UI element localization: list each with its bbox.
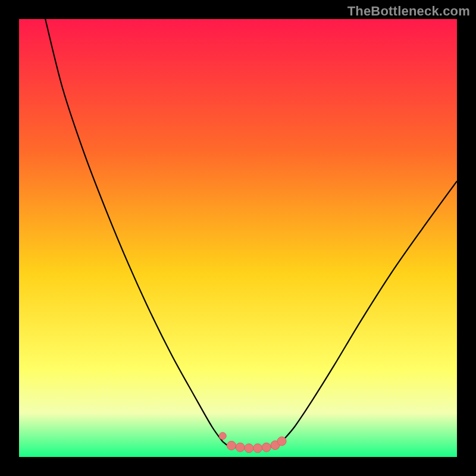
valley-marker-dot: [277, 437, 286, 446]
bottleneck-chart: [0, 0, 476, 476]
valley-marker-dot: [262, 443, 271, 452]
valley-marker-dot: [253, 444, 262, 453]
valley-marker-dot: [245, 444, 253, 453]
gradient-background: [19, 19, 457, 457]
valley-marker-dot: [227, 441, 236, 450]
valley-marker-dot: [236, 443, 245, 452]
valley-marker-dot: [219, 433, 226, 440]
chart-frame: TheBottleneck.com: [0, 0, 476, 476]
